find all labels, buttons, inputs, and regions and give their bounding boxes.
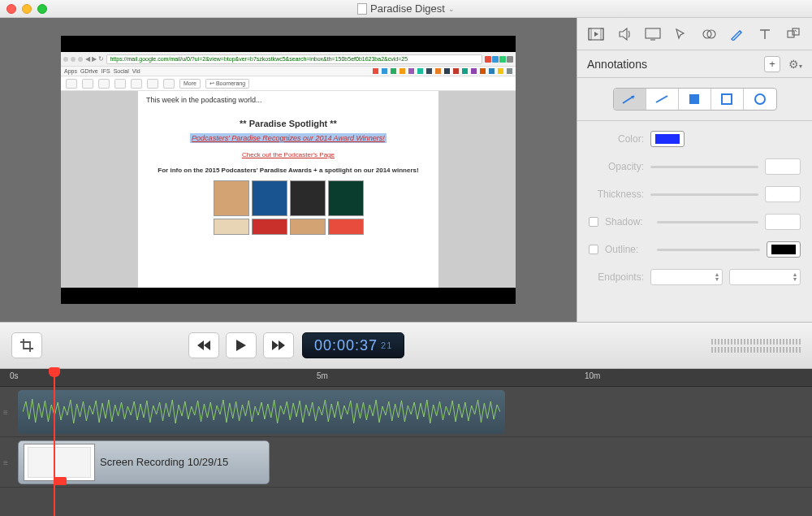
audio-track[interactable]: ≡: [0, 387, 812, 437]
color-picker[interactable]: [650, 131, 685, 147]
timecode-display[interactable]: 00:00:3721: [302, 332, 404, 358]
outline-slider[interactable]: [657, 249, 760, 251]
zoom-window-button[interactable]: [37, 4, 47, 14]
thickness-slider[interactable]: [650, 193, 758, 196]
minimize-window-button[interactable]: [22, 4, 32, 14]
svg-rect-16: [722, 94, 732, 104]
panel-settings-gear-icon[interactable]: ⚙▾: [788, 58, 802, 71]
endpoints-label: Endpoints:: [589, 271, 644, 283]
rewind-button[interactable]: [188, 332, 219, 358]
svg-rect-10: [788, 31, 794, 37]
color-label: Color:: [589, 133, 644, 145]
timeline-marker[interactable]: [54, 477, 67, 485]
window-title: Paradise Digest: [370, 2, 445, 15]
bookmark-bar: Apps GDrive IFS Social Vid: [61, 67, 516, 76]
outline-color-picker[interactable]: [767, 241, 801, 258]
annotation-shape-selector: [577, 78, 812, 121]
audio-level-meters: [711, 339, 801, 353]
shadow-checkbox[interactable]: [589, 217, 598, 227]
arrow-shape-button[interactable]: [614, 89, 646, 110]
gmail-toolbar: More ↩ Boomerang: [61, 76, 516, 91]
email-content: This week in the podcasting world... ** …: [138, 91, 438, 288]
close-window-button[interactable]: [6, 4, 16, 14]
screen-tab-icon[interactable]: [645, 26, 661, 42]
svg-rect-15: [689, 94, 699, 104]
media-tab-icon[interactable]: [785, 26, 801, 42]
endpoint-start-dropdown[interactable]: ▴▾: [650, 269, 723, 285]
add-annotation-button[interactable]: +: [764, 56, 780, 72]
shadow-slider[interactable]: [657, 221, 758, 223]
circle-outline-shape-button[interactable]: [744, 89, 776, 110]
square-outline-shape-button[interactable]: [711, 89, 744, 110]
square-filled-shape-button[interactable]: [679, 89, 711, 110]
shadow-label: Shadow:: [605, 216, 650, 228]
endpoint-end-dropdown[interactable]: ▴▾: [729, 269, 801, 285]
document-icon: [357, 3, 367, 15]
annotations-tab-icon[interactable]: [728, 26, 745, 42]
titlebar: Paradise Digest ⌄: [0, 0, 812, 18]
inspector-tabs: [577, 18, 812, 50]
track-grip-icon[interactable]: ≡: [3, 457, 6, 466]
play-button[interactable]: [226, 332, 257, 358]
canvas-area[interactable]: ◀ ▶ ↻ https://mail.google.com/mail/u/0/?…: [0, 18, 577, 322]
svg-point-17: [755, 94, 765, 104]
panel-title: Annotations: [587, 58, 647, 71]
clip-label: Screen Recording 10/29/15: [100, 456, 228, 468]
svg-marker-3: [594, 32, 598, 37]
audio-clip[interactable]: [18, 390, 505, 434]
svg-rect-11: [793, 28, 799, 35]
svg-marker-21: [272, 340, 279, 350]
text-tab-icon[interactable]: [757, 26, 773, 42]
svg-marker-19: [204, 340, 210, 350]
playhead[interactable]: [54, 369, 55, 516]
video-preview: ◀ ▶ ↻ https://mail.google.com/mail/u/0/?…: [61, 36, 516, 304]
svg-rect-4: [646, 28, 660, 38]
shadow-value-input[interactable]: [765, 214, 801, 230]
svg-marker-20: [236, 340, 246, 351]
svg-marker-18: [197, 340, 204, 350]
title-dropdown-chevron-icon: ⌄: [448, 5, 455, 13]
timeline[interactable]: 0s 5m 10m ≡ ≡ Screen Recording 10/29/15: [0, 369, 812, 516]
playback-bar: 00:00:3721: [0, 322, 812, 369]
outline-label: Outline:: [605, 244, 650, 255]
track-grip-icon[interactable]: ≡: [3, 407, 6, 416]
opacity-label: Opacity:: [589, 161, 644, 172]
cursor-tab-icon[interactable]: [672, 26, 689, 42]
inspector-panel: Annotations + ⚙▾ Color: Opacity:: [577, 18, 812, 322]
crop-button[interactable]: [11, 332, 42, 358]
audio-tab-icon[interactable]: [616, 26, 633, 42]
svg-marker-22: [279, 340, 285, 350]
address-bar: https://mail.google.com/mail/u/0/?ui=2&v…: [106, 54, 482, 64]
thickness-label: Thickness:: [589, 189, 644, 200]
thickness-value-input[interactable]: [765, 186, 801, 202]
timeline-ruler[interactable]: 0s 5m 10m: [0, 369, 812, 387]
opacity-slider[interactable]: [650, 166, 758, 168]
recorded-browser-window: ◀ ▶ ↻ https://mail.google.com/mail/u/0/?…: [61, 52, 516, 288]
video-tab-icon[interactable]: [588, 26, 604, 42]
clip-thumbnail: [24, 444, 95, 481]
video-track[interactable]: ≡ Screen Recording 10/29/15: [0, 437, 812, 488]
callout-tab-icon[interactable]: [701, 26, 717, 42]
opacity-value-input[interactable]: [765, 158, 801, 175]
outline-checkbox[interactable]: [589, 245, 598, 254]
fast-forward-button[interactable]: [263, 332, 294, 358]
svg-line-14: [656, 96, 667, 102]
line-shape-button[interactable]: [646, 89, 679, 110]
